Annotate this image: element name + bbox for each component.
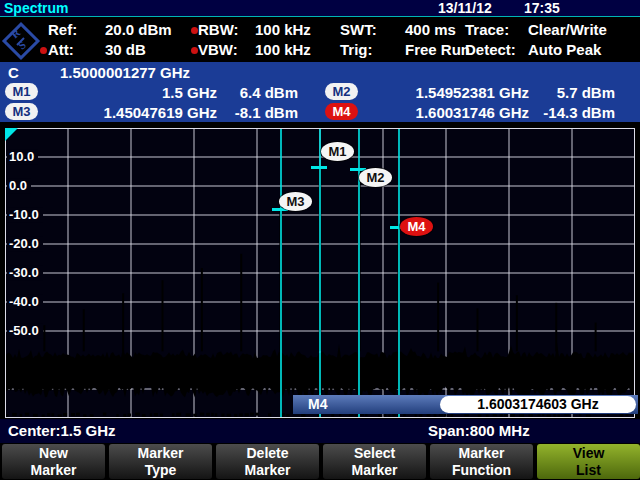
setting-value: Clear/Write <box>528 21 607 38</box>
marker-frequency-value: 1.54952381 GHz <box>360 84 529 101</box>
setting-value: 30 dB <box>105 41 146 58</box>
peak-spike <box>240 254 242 351</box>
softkey-label-line1: View <box>537 445 640 461</box>
softkey-label-line1: New <box>2 445 105 461</box>
rs-logo-icon: R S <box>1 20 41 62</box>
setting-value: 100 kHz <box>255 21 311 38</box>
center-freq-value: 1.5000001277 GHz <box>60 64 190 81</box>
softkey-label-line2: Marker <box>2 462 105 478</box>
spectrum-plot: 10.00.0-10.0-20.0-30.0-40.0-50.0 M1M2M3M… <box>5 128 635 418</box>
softkey-label-line2: List <box>537 462 640 478</box>
softkey-label-line1: Marker <box>430 445 533 461</box>
time-label: 17:35 <box>524 0 560 16</box>
active-setting-dot-icon <box>191 47 198 54</box>
setting-value: Free Run <box>405 41 470 58</box>
softkey-delete-marker[interactable]: DeleteMarker <box>216 444 319 479</box>
marker-flag-m3: M3 <box>279 192 312 211</box>
y-axis-tick-label: -10.0 <box>7 207 43 222</box>
setting-label: VBW: <box>198 41 238 58</box>
marker-flag-m2: M2 <box>359 168 392 187</box>
span-readout: Span:800 MHz <box>428 422 530 439</box>
setting-label: SWT: <box>340 21 377 38</box>
marker-level-value: 6.4 dBm <box>217 84 298 101</box>
peak-spike <box>516 295 518 351</box>
center-frequency-readout: Center:1.5 GHz <box>8 422 116 439</box>
y-axis-tick-label: -40.0 <box>7 294 43 309</box>
softkey-bar: NewMarkerMarkerTypeDeleteMarkerSelectMar… <box>0 443 640 480</box>
marker-badge-m1: M1 <box>5 83 38 100</box>
softkey-marker-function[interactable]: MarkerFunction <box>430 444 533 479</box>
mode-label: Spectrum <box>4 0 69 16</box>
svg-text:R: R <box>9 26 24 41</box>
marker-badge-m3: M3 <box>5 103 38 120</box>
peak-spike <box>83 309 85 351</box>
marker-entry-bar: M4 1.6003174603 GHz <box>293 395 638 414</box>
softkey-label-line1: Select <box>323 445 426 461</box>
marker-level-value: 5.7 dBm <box>529 84 615 101</box>
marker-badge-m4: M4 <box>325 103 358 120</box>
softkey-view-list[interactable]: ViewList <box>537 444 640 479</box>
peak-spike <box>162 280 164 351</box>
softkey-marker-type[interactable]: MarkerType <box>109 444 212 479</box>
y-axis-tick-label: -50.0 <box>7 323 43 338</box>
marker-flag-m1: M1 <box>321 142 354 161</box>
setting-label: Detect: <box>465 41 516 58</box>
softkey-label-line2: Function <box>430 462 533 478</box>
setting-value: Auto Peak <box>528 41 601 58</box>
marker-frequency-value: 1.5 GHz <box>40 84 217 101</box>
y-axis-tick-label: -30.0 <box>7 265 43 280</box>
y-axis-tick-label: 0.0 <box>7 178 31 193</box>
trace-corner-icon <box>5 128 18 141</box>
softkey-label-line1: Delete <box>216 445 319 461</box>
y-axis-tick-label: -20.0 <box>7 236 43 251</box>
softkey-label-line2: Marker <box>323 462 426 478</box>
setting-label: Ref: <box>48 21 77 38</box>
softkey-label-line2: Type <box>109 462 212 478</box>
marker-frequency-value: 1.45047619 GHz <box>40 104 217 121</box>
marker-frequency-input[interactable]: 1.6003174603 GHz <box>440 396 636 413</box>
peak-spike <box>595 323 597 352</box>
spectrum-trace-canvas <box>5 128 635 418</box>
softkey-label-line2: Marker <box>216 462 319 478</box>
title-bar: Spectrum 13/11/12 17:35 <box>0 0 640 17</box>
peak-spike <box>201 268 203 351</box>
marker-entry-label: M4 <box>308 396 327 412</box>
softkey-label-line1: Marker <box>109 445 212 461</box>
peak-spike <box>437 283 439 352</box>
setting-value: 20.0 dBm <box>105 21 172 38</box>
marker-position-dash-m1 <box>311 166 327 169</box>
peak-spike <box>43 325 45 351</box>
center-freq-label: C <box>8 64 19 81</box>
date-label: 13/11/12 <box>438 0 492 16</box>
marker-badge-m2: M2 <box>325 83 358 100</box>
marker-frequency-value: 1.60031746 GHz <box>360 104 529 121</box>
setting-label: Att: <box>48 41 74 58</box>
setting-label: RBW: <box>198 21 239 38</box>
active-setting-dot-icon <box>191 27 198 34</box>
setting-value: 400 ms <box>405 21 456 38</box>
setting-value: 100 kHz <box>255 41 311 58</box>
marker-level-value: -8.1 dBm <box>217 104 298 121</box>
svg-text:S: S <box>16 38 28 51</box>
marker-table: C 1.5000001277 GHz M11.5 GHz6.4 dBmM21.5… <box>0 62 640 122</box>
softkey-select-marker[interactable]: SelectMarker <box>323 444 426 479</box>
marker-level-value: -14.3 dBm <box>529 104 615 121</box>
active-setting-dot-icon <box>40 47 47 54</box>
softkey-new-marker[interactable]: NewMarker <box>2 444 105 479</box>
status-bar: Center:1.5 GHz Span:800 MHz <box>0 419 640 443</box>
marker-flag-m4: M4 <box>400 217 433 236</box>
settings-bar: R S Ref:20.0 dBmAtt:30 dBRBW:100 kHzVBW:… <box>0 17 640 62</box>
setting-label: Trace: <box>465 21 509 38</box>
peak-spike <box>122 293 124 351</box>
y-axis-tick-label: 10.0 <box>7 149 38 164</box>
peak-spike <box>555 303 557 351</box>
spectrum-analyzer-screen: Spectrum 13/11/12 17:35 R S Ref:20.0 dBm… <box>0 0 640 480</box>
peak-spike <box>477 308 479 351</box>
setting-label: Trig: <box>340 41 373 58</box>
